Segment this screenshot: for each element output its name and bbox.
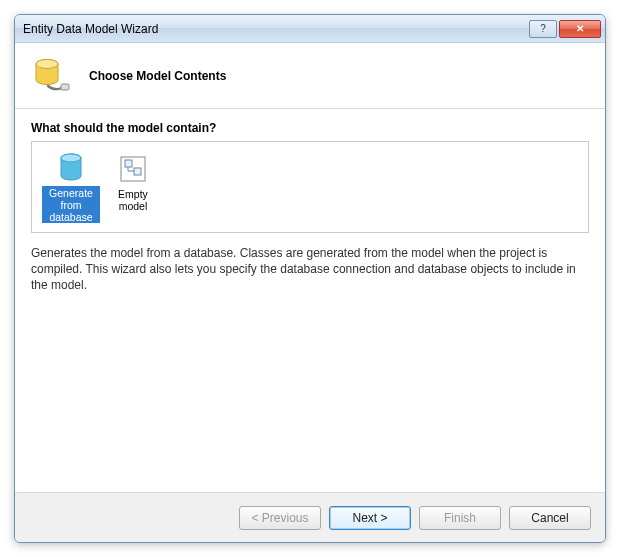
empty-model-icon: [117, 152, 149, 186]
content-area: What should the model contain? Generate …: [15, 109, 605, 492]
window-title: Entity Data Model Wizard: [23, 22, 527, 36]
svg-point-4: [61, 154, 81, 162]
option-empty-model[interactable]: Empty model: [102, 150, 164, 224]
previous-button[interactable]: < Previous: [239, 506, 321, 530]
next-button[interactable]: Next >: [329, 506, 411, 530]
svg-rect-7: [134, 168, 141, 175]
footer: < Previous Next > Finish Cancel: [15, 492, 605, 542]
titlebar: Entity Data Model Wizard ? ✕: [15, 15, 605, 43]
options-box: Generate from database Empty model: [31, 141, 589, 233]
svg-rect-2: [61, 84, 69, 90]
database-cable-icon: [31, 56, 71, 96]
option-label: Generate from database: [42, 186, 100, 223]
help-icon: ?: [540, 23, 546, 34]
database-icon: [55, 152, 87, 184]
help-button[interactable]: ?: [529, 20, 557, 38]
question-label: What should the model contain?: [31, 121, 589, 135]
option-generate-from-database[interactable]: Generate from database: [40, 150, 102, 224]
close-button[interactable]: ✕: [559, 20, 601, 38]
option-label: Empty model: [104, 188, 162, 212]
close-icon: ✕: [576, 23, 584, 34]
wizard-window: Entity Data Model Wizard ? ✕ Choose Mode…: [14, 14, 606, 543]
titlebar-buttons: ? ✕: [527, 20, 601, 38]
cancel-button[interactable]: Cancel: [509, 506, 591, 530]
header-panel: Choose Model Contents: [15, 43, 605, 109]
option-description: Generates the model from a database. Cla…: [31, 245, 589, 294]
svg-rect-6: [125, 160, 132, 167]
header-title: Choose Model Contents: [89, 69, 226, 83]
svg-point-1: [36, 59, 58, 68]
finish-button[interactable]: Finish: [419, 506, 501, 530]
